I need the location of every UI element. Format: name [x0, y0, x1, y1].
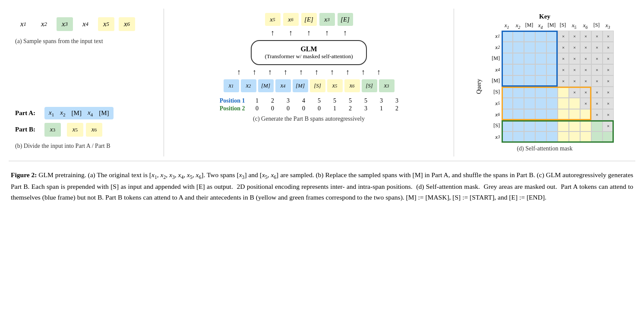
sample-spans-row: x1 x2 x3 x4 x5 x6	[15, 13, 157, 35]
cell-7-2	[524, 109, 535, 120]
cell-7-0	[502, 109, 513, 120]
query-label: Query	[476, 79, 483, 94]
caption-c-text: (c) Generate the Part B spans autoregres…	[253, 116, 365, 122]
cell-1-0	[502, 42, 513, 53]
cell-2-2	[524, 53, 535, 64]
cell-4-0	[502, 75, 513, 87]
cell-1-4	[546, 42, 558, 53]
cell-9-7	[580, 131, 591, 143]
cell-2-8: ×	[591, 53, 603, 64]
cell-0-7: ×	[580, 31, 591, 42]
cell-4-6: ×	[569, 75, 580, 87]
output-tokens-row: x5 x6 [E] x3 [E]	[265, 13, 353, 26]
cell-5-7: ×	[580, 87, 591, 98]
grid-row-7: × ×	[502, 109, 614, 120]
cell-0-1	[513, 31, 524, 42]
cell-4-9: ×	[603, 75, 614, 87]
grid-row-6: × × ×	[502, 98, 614, 109]
p2v9: 1	[375, 105, 388, 112]
diagram-row: x1 x2 x3 x4 x5 x6 (a) Sample spans from …	[9, 9, 635, 161]
cell-9-0	[502, 131, 513, 143]
cell-8-5	[558, 120, 569, 131]
out-x3: x3	[319, 13, 335, 26]
input-tokens-row: x1 x2 [M] x4 [M] [S] x5 x6 [S] x3	[224, 79, 395, 92]
token-x2-top: x2	[36, 17, 52, 31]
cell-9-1	[513, 131, 524, 143]
cell-4-3	[535, 75, 546, 87]
p2v3: 0	[281, 105, 295, 112]
ch-s2: [S]	[591, 22, 602, 30]
iarr10: ↑	[372, 68, 386, 77]
grid-row-4: × × × × ×	[502, 75, 614, 87]
iarr9: ↑	[357, 68, 370, 77]
grid-row-3: × × × × ×	[502, 64, 614, 75]
cell-9-8	[591, 131, 603, 143]
in-x6: x6	[344, 79, 360, 92]
panel-d: Key x1 x2 [M] x4 [M] [S] x5 x6 [S] x3 Qu…	[454, 9, 635, 156]
out-e2: [E]	[338, 13, 353, 26]
p1v10: 3	[390, 97, 404, 104]
rh-s2: [S]	[483, 120, 502, 131]
out-x6: x6	[283, 13, 299, 26]
caption-a-text: (a) Sample spans from the input text	[15, 35, 157, 47]
cell-9-9	[603, 131, 614, 143]
pa-m1: [M]	[72, 109, 82, 117]
part-b-items: x3 x5 x6	[44, 123, 102, 137]
ch-x3: x3	[602, 22, 613, 30]
cell-5-3	[535, 87, 546, 98]
pa-x2: x2	[60, 109, 65, 117]
part-a-row: Part A: x1 x2 [M] x4 [M]	[15, 107, 157, 119]
ch-x6: x6	[580, 22, 591, 30]
cell-7-5	[558, 109, 569, 120]
cell-3-5: ×	[558, 64, 569, 75]
p1v5: 5	[313, 97, 326, 104]
pb-x3: x3	[44, 123, 61, 137]
grid-container: × × × × × ×	[502, 31, 614, 143]
cell-8-9: ×	[603, 120, 614, 131]
rh-x3: x3	[483, 131, 502, 143]
p1v1: 1	[250, 97, 264, 104]
rh-m1: [M]	[483, 53, 502, 64]
arr1: ↑	[265, 28, 281, 38]
rh-x5: x5	[483, 98, 502, 109]
pos2-label: Position 2	[214, 105, 249, 112]
p1v9: 3	[375, 97, 388, 104]
cell-3-9: ×	[603, 64, 614, 75]
cell-1-9: ×	[603, 42, 614, 53]
iarr5: ↑	[294, 68, 308, 77]
pos1-label: Position 1	[214, 97, 249, 104]
part-a-box: x1 x2 [M] x4 [M]	[44, 107, 114, 119]
rh-m2: [M]	[483, 75, 502, 87]
query-label-wrapper: Query	[476, 31, 483, 143]
cell-6-6	[569, 98, 580, 109]
cell-8-4	[546, 120, 558, 131]
cell-5-4	[546, 87, 558, 98]
cell-1-6: ×	[569, 42, 580, 53]
cell-4-7: ×	[580, 75, 591, 87]
cell-2-5: ×	[558, 53, 569, 64]
iarr2: ↑	[248, 68, 262, 77]
panel-c: x5 x6 [E] x3 [E] ↑ ↑ ↑ ↑ ↑ GLM (Transfor…	[164, 9, 454, 156]
cell-0-6: ×	[569, 31, 580, 42]
pb-x5: x5	[67, 123, 83, 137]
cell-7-9: ×	[603, 109, 614, 120]
cell-5-2	[524, 87, 535, 98]
glm-subtitle: (Transformer w/ masked self-attention)	[265, 53, 353, 60]
cell-3-1	[513, 64, 524, 75]
pa-x1: x1	[49, 109, 54, 117]
cell-1-8: ×	[591, 42, 603, 53]
ch-m2: [M]	[546, 22, 557, 30]
iarr3: ↑	[263, 68, 277, 77]
token-x1-top: x1	[15, 17, 32, 31]
token-x6-top: x6	[119, 17, 135, 31]
grid-row-8: ×	[502, 120, 614, 131]
cell-2-0	[502, 53, 513, 64]
in-x4: x4	[275, 79, 291, 92]
cell-8-6	[569, 120, 580, 131]
ch-s1: [S]	[557, 22, 568, 30]
grid-body: × × × × × ×	[502, 31, 614, 143]
cell-0-9: ×	[603, 31, 614, 42]
rh-x1: x1	[483, 31, 502, 42]
in-s1: [S]	[310, 79, 325, 92]
cell-2-7: ×	[580, 53, 591, 64]
